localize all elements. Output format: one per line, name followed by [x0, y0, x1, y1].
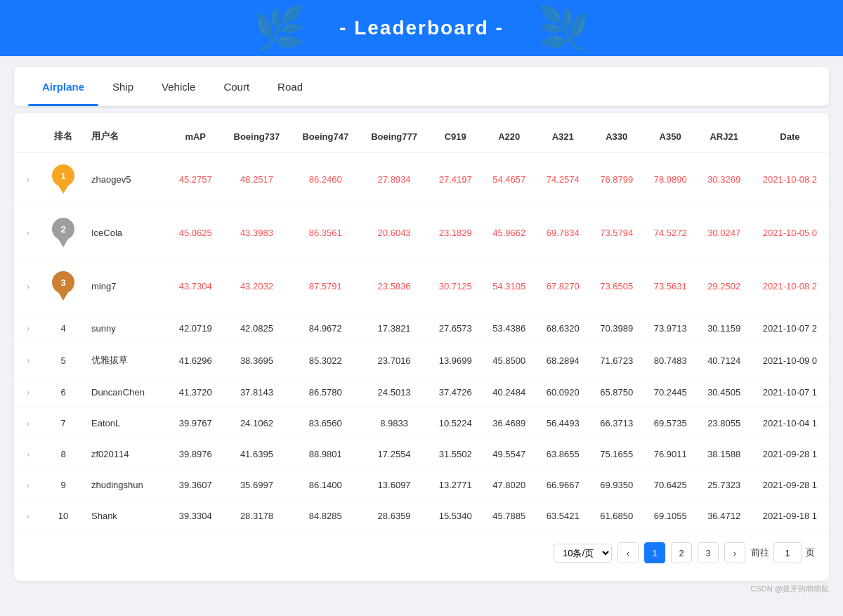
map-cell: 39.9767 [169, 408, 222, 439]
a220-cell: 53.4386 [483, 313, 536, 344]
page-size-select[interactable]: 10条/页 20条/页 50条/页 [554, 544, 612, 563]
header: 🌿 - Leaderboard - 🌿 [0, 0, 843, 56]
c919-cell: 10.5224 [429, 408, 482, 439]
expand-arrow[interactable]: › [14, 260, 42, 313]
a220-cell: 49.5547 [483, 439, 536, 470]
arj21-cell: 40.7124 [697, 344, 750, 377]
svg-marker-5 [58, 239, 68, 247]
col-arj21: ARJ21 [697, 120, 750, 153]
a330-cell: 66.3713 [589, 408, 643, 439]
a321-cell: 68.2894 [536, 344, 589, 377]
tab-court[interactable]: Court [209, 67, 263, 106]
date-cell: 2021-09-28 1 [751, 470, 829, 501]
b747-cell: 85.3022 [291, 344, 360, 377]
b747-cell: 86.3561 [291, 207, 360, 260]
rank-cell: 4 [42, 313, 84, 344]
a350-cell: 80.7483 [643, 344, 697, 377]
arj21-cell: 23.8055 [697, 408, 750, 439]
c919-cell: 13.9699 [429, 344, 482, 377]
a220-cell: 45.8500 [483, 344, 536, 377]
c919-cell: 30.7125 [429, 260, 482, 313]
rank-badge-cell: 3 [42, 260, 84, 313]
b777-cell: 23.5836 [360, 260, 429, 313]
a350-cell: 70.6425 [643, 470, 697, 501]
username-cell: ming7 [84, 260, 169, 313]
c919-cell: 27.6573 [429, 313, 482, 344]
tab-road[interactable]: Road [263, 67, 317, 106]
b747-cell: 88.9801 [291, 439, 360, 470]
username-cell: 优雅拔草 [84, 344, 169, 377]
prev-page-button[interactable]: ‹ [617, 542, 639, 563]
username-cell: EatonL [84, 408, 169, 439]
b747-cell: 86.2460 [291, 153, 360, 207]
a321-cell: 74.2574 [536, 153, 589, 207]
a330-cell: 70.3989 [589, 313, 643, 344]
rank-cell: 8 [42, 439, 84, 470]
page-1-button[interactable]: 1 [644, 542, 665, 563]
c919-cell: 13.2771 [429, 470, 482, 501]
b777-cell: 20.6043 [360, 207, 429, 260]
a330-cell: 73.6505 [589, 260, 643, 313]
laurel-left-icon: 🌿 [253, 4, 306, 53]
b777-cell: 13.6097 [360, 470, 429, 501]
a350-cell: 74.5272 [643, 207, 697, 260]
tab-ship[interactable]: Ship [98, 67, 148, 106]
c919-cell: 23.1829 [429, 207, 482, 260]
laurel-right-icon: 🌿 [537, 4, 590, 53]
b777-cell: 17.3821 [360, 313, 429, 344]
tab-airplane[interactable]: Airplane [28, 67, 98, 106]
goto-input[interactable] [773, 542, 802, 563]
map-cell: 39.3304 [169, 501, 222, 532]
tab-vehicle[interactable]: Vehicle [148, 67, 209, 106]
table-scroll-container[interactable]: 排名 用户名 mAP Boeing737 Boeing747 Boeing777… [14, 120, 829, 532]
col-c919: C919 [429, 120, 482, 153]
date-cell: 2021-10-08 2 [751, 153, 829, 207]
page-3-button[interactable]: 3 [698, 542, 719, 563]
svg-text:3: 3 [60, 277, 65, 288]
expand-arrow[interactable]: › [14, 313, 42, 344]
a220-cell: 45.9662 [483, 207, 536, 260]
arj21-cell: 36.4712 [697, 501, 750, 532]
b737-cell: 42.0825 [222, 313, 291, 344]
col-rank: 排名 [42, 120, 84, 153]
rank-cell: 10 [42, 501, 84, 532]
b777-cell: 24.5013 [360, 377, 429, 408]
c919-cell: 27.4197 [429, 153, 482, 207]
a330-cell: 65.8750 [589, 377, 643, 408]
table-row: › 6 DuncanChen 41.3720 37.8143 86.5780 2… [14, 377, 829, 408]
arj21-cell: 30.3269 [697, 153, 750, 207]
arj21-cell: 30.1159 [697, 313, 750, 344]
expand-arrow[interactable]: › [14, 207, 42, 260]
col-a350: A350 [643, 120, 697, 153]
expand-arrow[interactable]: › [14, 470, 42, 501]
expand-arrow[interactable]: › [14, 501, 42, 532]
expand-arrow[interactable]: › [14, 344, 42, 377]
table-header: 排名 用户名 mAP Boeing737 Boeing747 Boeing777… [14, 120, 829, 153]
table-row: › 9 zhudingshun 39.3607 35.6997 86.1400 … [14, 470, 829, 501]
col-a321: A321 [536, 120, 589, 153]
expand-arrow[interactable]: › [14, 439, 42, 470]
a350-cell: 69.5735 [643, 408, 697, 439]
c919-cell: 31.5502 [429, 439, 482, 470]
map-cell: 45.0625 [169, 207, 222, 260]
b737-cell: 38.3695 [222, 344, 291, 377]
a330-cell: 76.8799 [589, 153, 643, 207]
b777-cell: 27.8934 [360, 153, 429, 207]
a330-cell: 71.6723 [589, 344, 643, 377]
b737-cell: 37.8143 [222, 377, 291, 408]
arj21-cell: 30.0247 [697, 207, 750, 260]
page-2-button[interactable]: 2 [671, 542, 692, 563]
a321-cell: 67.8270 [536, 260, 589, 313]
rank-cell: 5 [42, 344, 84, 377]
expand-arrow[interactable]: › [14, 408, 42, 439]
b737-cell: 24.1062 [222, 408, 291, 439]
next-page-button[interactable]: › [724, 542, 745, 563]
expand-arrow[interactable]: › [14, 377, 42, 408]
b747-cell: 87.5791 [291, 260, 360, 313]
col-b747: Boeing747 [291, 120, 360, 153]
expand-arrow[interactable]: › [14, 153, 42, 207]
b737-cell: 41.6395 [222, 439, 291, 470]
col-expand [14, 120, 42, 153]
date-cell: 2021-10-09 0 [751, 344, 829, 377]
map-cell: 41.3720 [169, 377, 222, 408]
